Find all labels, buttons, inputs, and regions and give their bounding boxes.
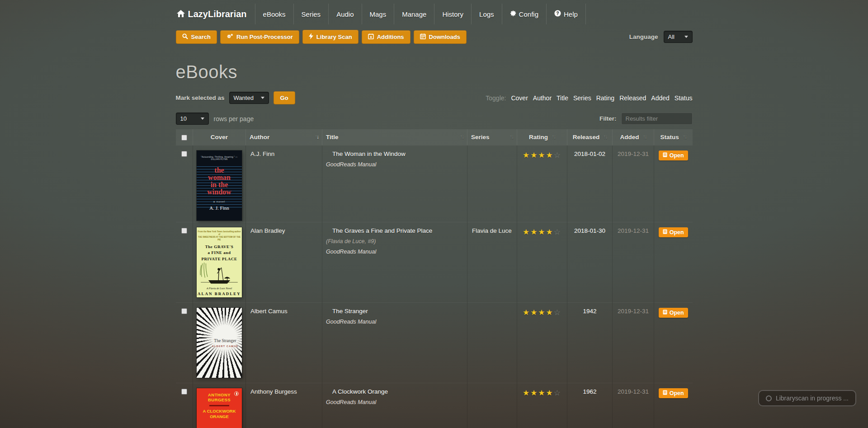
library-scan-button[interactable]: Library Scan	[302, 30, 359, 44]
row-checkbox[interactable]	[181, 228, 187, 234]
nav-label: Logs	[479, 10, 494, 18]
added-date: 2019-12-31	[618, 227, 649, 234]
status-open-button[interactable]: Open	[659, 308, 688, 318]
status-label: Open	[670, 229, 684, 235]
select-all-checkbox[interactable]	[181, 135, 187, 141]
title-link[interactable]: The Woman in the Window	[332, 151, 467, 157]
status-label: Open	[670, 390, 684, 396]
button-label: Search	[191, 33, 211, 40]
nav-item-series[interactable]: Series	[293, 4, 329, 24]
header-series[interactable]: Series	[471, 134, 490, 141]
toggle-released[interactable]: Released	[619, 94, 646, 102]
brand[interactable]: LazyLibrarian	[176, 4, 255, 24]
row-checkbox[interactable]	[181, 151, 187, 157]
ebooks-table: Cover Author↑↓ Title↑↓ Series↑↓ Rating↑↓…	[176, 129, 693, 428]
home-icon	[177, 9, 185, 19]
series-link[interactable]: Flavia de Luce	[472, 227, 512, 234]
actions-row: Mark selected as Wanted Go Toggle: Cover…	[176, 91, 693, 104]
rows-per-page-select[interactable]: 10	[176, 113, 209, 125]
go-button[interactable]: Go	[274, 91, 295, 104]
toggle-status[interactable]: Status	[675, 94, 693, 102]
button-label: Run Post-Processor	[236, 33, 293, 40]
nav-label: eBooks	[263, 10, 286, 18]
title-link[interactable]: A Clockwork Orange	[332, 388, 467, 395]
status-open-button[interactable]: Open	[659, 227, 688, 237]
search-button[interactable]: Search	[176, 30, 217, 44]
nav-item-mags[interactable]: Mags	[362, 4, 394, 24]
cover-tagline: From the New York Times bestselling auth…	[197, 230, 242, 242]
mark-selected-label: Mark selected as	[176, 94, 225, 101]
toggle-added[interactable]: Added	[651, 94, 669, 102]
page-container: LazyLibrarian eBooks Series Audio Mags M…	[176, 4, 693, 428]
sort-icon[interactable]: ↑↓	[603, 134, 607, 140]
sort-icon[interactable]: ↑↓	[683, 134, 686, 140]
rating-stars: ★★★★☆	[523, 308, 561, 317]
title-link[interactable]: The Graves a Fine and Private Place	[332, 227, 467, 234]
header-added[interactable]: Added	[620, 134, 639, 141]
run-post-processor-button[interactable]: Run Post-Processor	[220, 30, 299, 44]
rating-stars: ★★★★☆	[523, 389, 561, 397]
author-link[interactable]: Anthony Burgess	[250, 388, 297, 395]
row-checkbox[interactable]	[181, 389, 187, 395]
source-links[interactable]: GoodReads Manual	[326, 399, 467, 405]
sort-icon[interactable]: ↑↓	[509, 134, 513, 140]
header-author[interactable]: Author	[250, 134, 269, 141]
cover-author: A. J. Finn	[209, 205, 229, 211]
status-open-button[interactable]: Open	[659, 151, 688, 160]
table-header-row: Cover Author↑↓ Title↑↓ Series↑↓ Rating↑↓…	[176, 129, 693, 145]
released-date: 2018-01-30	[574, 227, 605, 234]
author-link[interactable]: Alan Bradley	[250, 227, 285, 234]
search-icon	[182, 33, 188, 41]
additions-button[interactable]: Additions	[362, 30, 410, 44]
nav-item-manage[interactable]: Manage	[394, 4, 434, 24]
book-cover-graves-fine-private-place[interactable]: From the New York Times bestselling auth…	[197, 227, 242, 297]
language-value: All	[668, 33, 675, 40]
source-links[interactable]: GoodReads Manual	[326, 161, 467, 168]
header-released[interactable]: Released	[573, 134, 599, 141]
filter-input[interactable]	[621, 113, 693, 125]
header-title[interactable]: Title	[326, 134, 339, 141]
header-cover[interactable]: Cover	[211, 134, 228, 141]
cover-subtitle: a novel	[213, 200, 225, 203]
author-link[interactable]: Albert Camus	[250, 308, 288, 315]
question-circle-icon: ?	[554, 10, 561, 18]
source-links[interactable]: GoodReads Manual	[326, 249, 467, 255]
nav-item-config[interactable]: Config	[502, 4, 546, 24]
sort-icon[interactable]: ↑↓	[460, 134, 463, 140]
status-open-button[interactable]: Open	[659, 388, 688, 398]
sort-icon[interactable]: ↑↓	[643, 134, 646, 140]
mark-selected-select[interactable]: Wanted	[229, 92, 269, 104]
status-label: Open	[670, 310, 684, 316]
button-label: Go	[280, 94, 288, 101]
toggle-series[interactable]: Series	[573, 94, 591, 102]
cover-title: A CLOCKWORK ORANGE	[203, 409, 236, 419]
button-label: Additions	[377, 33, 404, 40]
nav-item-audio[interactable]: Audio	[328, 4, 361, 24]
nav-item-logs[interactable]: Logs	[471, 4, 502, 24]
downloads-button[interactable]: Downloads	[414, 30, 467, 44]
bolt-icon	[309, 33, 313, 41]
nav-item-ebooks[interactable]: eBooks	[255, 4, 293, 24]
nav-item-help[interactable]: ? Help	[546, 4, 586, 24]
source-links[interactable]: GoodReads Manual	[326, 319, 467, 325]
header-status[interactable]: Status	[660, 134, 679, 141]
title-link[interactable]: The Stranger	[332, 308, 467, 315]
toggle-author[interactable]: Author	[533, 94, 552, 102]
nav-item-history[interactable]: History	[434, 4, 471, 24]
book-cover-woman-in-the-window[interactable]: "Astounding. Thrilling. Amazing." —GILLI…	[197, 151, 242, 221]
toggle-cover[interactable]: Cover	[511, 94, 528, 102]
page-title: eBooks	[176, 62, 693, 82]
cover-note: A Flavia de Luce Novel	[207, 287, 232, 290]
book-cover-the-stranger[interactable]: The Stranger ALBERT CAMUS	[197, 308, 242, 378]
row-checkbox[interactable]	[181, 308, 187, 314]
toggle-group: Toggle: Cover Author Title Series Rating…	[486, 94, 692, 102]
sort-icon[interactable]: ↑↓	[552, 134, 555, 140]
nav-label: History	[442, 10, 463, 18]
author-link[interactable]: A.J. Finn	[250, 151, 274, 157]
book-cover-clockwork-orange[interactable]: ANTHONY BURGESS A CLOCKWORK ORANGE	[197, 388, 242, 428]
toggle-rating[interactable]: Rating	[596, 94, 614, 102]
header-rating[interactable]: Rating	[529, 134, 548, 141]
sort-icon[interactable]: ↑↓	[315, 134, 318, 140]
toggle-title[interactable]: Title	[557, 94, 568, 102]
language-select[interactable]: All	[664, 31, 693, 43]
